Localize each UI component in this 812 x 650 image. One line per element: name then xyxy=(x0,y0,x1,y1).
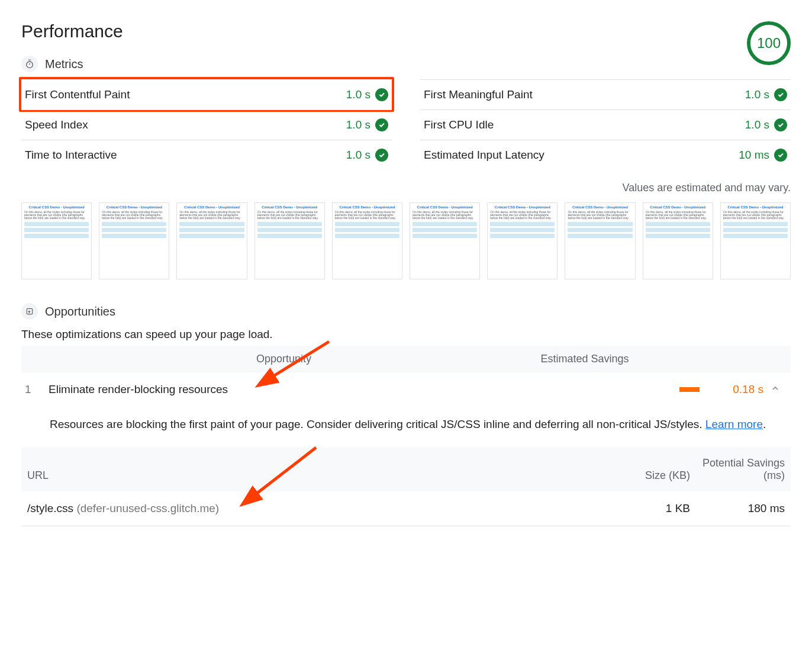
metric-row[interactable]: First CPU Idle 1.0 s xyxy=(420,110,791,140)
opportunities-icon xyxy=(21,303,38,320)
stopwatch-icon xyxy=(21,56,38,72)
metric-row[interactable]: First Meaningful Paint 1.0 s xyxy=(420,79,791,110)
resource-path: /style.css xyxy=(27,502,73,514)
metric-name: Time to Interactive xyxy=(25,149,117,162)
metric-name: First Meaningful Paint xyxy=(424,88,533,101)
check-circle-icon xyxy=(774,88,787,101)
resources-table-header: URL Size (KB) Potential Savings (ms) xyxy=(21,448,791,491)
metric-row[interactable]: Time to Interactive 1.0 s xyxy=(21,140,392,170)
col-size: Size (KB) xyxy=(595,469,690,482)
filmstrip-frame: Critical CSS Demo - Unoptimized On this … xyxy=(565,202,635,279)
opportunities-table-header: Opportunity Estimated Savings xyxy=(21,346,791,372)
check-circle-icon xyxy=(375,88,388,101)
filmstrip-frame: Critical CSS Demo - Unoptimized On this … xyxy=(332,202,402,279)
metric-name: First CPU Idle xyxy=(424,118,494,131)
filmstrip-frame: Critical CSS Demo - Unoptimized On this … xyxy=(99,202,169,279)
opportunity-name: Eliminate render-blocking resources xyxy=(49,383,574,396)
opportunities-heading: Opportunities xyxy=(45,305,115,318)
resource-row: /style.css (defer-unused-css.glitch.me) … xyxy=(21,491,791,526)
metric-name: First Contentful Paint xyxy=(25,88,130,101)
col-url: URL xyxy=(27,469,595,482)
metrics-footnote: Values are estimated and may vary. xyxy=(21,182,791,194)
savings-bar xyxy=(679,387,700,392)
opportunity-detail: Resources are blocking the first paint o… xyxy=(21,402,791,448)
page-title: Performance xyxy=(21,21,123,41)
opportunities-description: These optimizations can speed up your pa… xyxy=(21,328,791,341)
metric-row[interactable]: First Contentful Paint 1.0 s xyxy=(19,77,394,112)
resource-savings: 180 ms xyxy=(690,502,785,515)
col-opportunity: Opportunity xyxy=(49,353,406,365)
resource-size: 1 KB xyxy=(595,502,690,515)
metric-value: 1.0 s xyxy=(346,149,370,162)
opportunity-row[interactable]: 1 Eliminate render-blocking resources 0.… xyxy=(21,372,791,402)
resource-host: (defer-unused-css.glitch.me) xyxy=(76,502,219,514)
check-circle-icon xyxy=(375,118,388,131)
filmstrip-frame: Critical CSS Demo - Unoptimized On this … xyxy=(487,202,558,279)
metric-name: Speed Index xyxy=(25,118,88,131)
filmstrip-frame: Critical CSS Demo - Unoptimized On this … xyxy=(410,202,480,279)
filmstrip-frame: Critical CSS Demo - Unoptimized On this … xyxy=(720,202,791,279)
metric-row[interactable]: Estimated Input Latency 10 ms xyxy=(420,140,791,170)
learn-more-link[interactable]: Learn more xyxy=(705,418,763,430)
metric-value: 10 ms xyxy=(739,149,769,162)
filmstrip-frame: Critical CSS Demo - Unoptimized On this … xyxy=(254,202,325,279)
filmstrip-frame: Critical CSS Demo - Unoptimized On this … xyxy=(643,202,713,279)
check-circle-icon xyxy=(774,149,787,162)
metric-row[interactable]: Speed Index 1.0 s xyxy=(21,110,392,140)
check-circle-icon xyxy=(375,149,388,162)
filmstrip-frame: Critical CSS Demo - Unoptimized On this … xyxy=(21,202,92,279)
metric-value: 1.0 s xyxy=(745,118,769,131)
metric-value: 1.0 s xyxy=(745,88,769,101)
col-estimated-savings: Estimated Savings xyxy=(406,353,763,365)
col-potential-savings: Potential Savings (ms) xyxy=(690,457,785,482)
filmstrip-frame: Critical CSS Demo - Unoptimized On this … xyxy=(176,202,247,279)
check-circle-icon xyxy=(774,118,787,131)
metric-name: Estimated Input Latency xyxy=(424,149,544,162)
metric-value: 1.0 s xyxy=(346,118,370,131)
metric-value: 1.0 s xyxy=(346,88,370,101)
performance-score: 100 xyxy=(747,21,791,65)
load-filmstrip: Critical CSS Demo - Unoptimized On this … xyxy=(21,202,791,279)
opportunity-savings: 0.18 s xyxy=(704,383,763,396)
metrics-heading: Metrics xyxy=(45,57,83,71)
opportunity-index: 1 xyxy=(25,383,49,396)
chevron-up-icon[interactable] xyxy=(763,383,787,396)
